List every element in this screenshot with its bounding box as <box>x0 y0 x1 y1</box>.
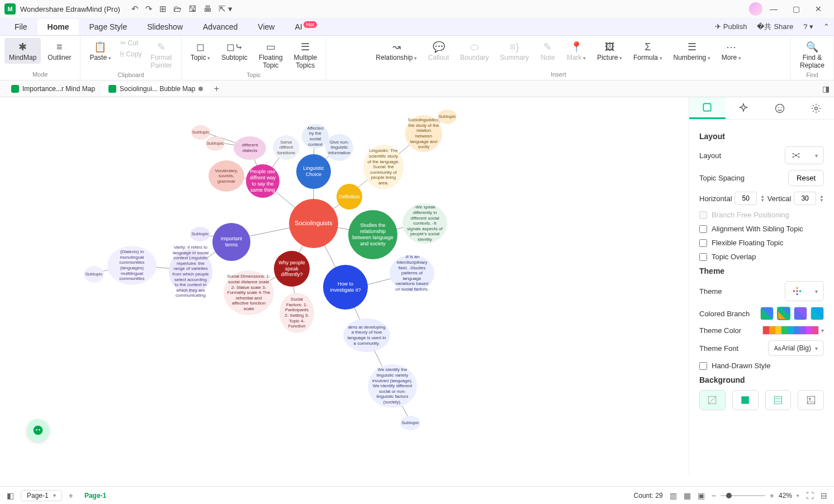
print-icon[interactable]: 🖶 <box>203 4 212 14</box>
bg-none[interactable] <box>699 390 726 410</box>
share-button[interactable]: �共 Share <box>757 22 793 32</box>
view-mode-1-icon[interactable]: ▥ <box>670 491 677 500</box>
bubble-social-fac[interactable]: Social Factors: 1- Participants 2- Setti… <box>279 293 314 333</box>
bubble-sub4[interactable]: Subtopic <box>206 136 225 151</box>
sidebar-toggle-icon[interactable]: ◧ <box>7 491 14 500</box>
bubble-center[interactable]: Sociolinguists <box>289 199 338 248</box>
bubble-social-dim[interactable]: Social Dimensions: 1-social distance sca… <box>224 270 274 315</box>
undo-icon[interactable]: ↶ <box>131 4 139 14</box>
save-icon[interactable]: 🖫 <box>188 4 197 14</box>
panel-tab-emoji[interactable] <box>762 97 798 119</box>
callout-button[interactable]: 💬Callout <box>424 38 453 64</box>
floating-topic-button[interactable]: ▭FloatingTopic <box>254 38 287 72</box>
horizontal-input[interactable] <box>735 192 757 205</box>
bubble-aims[interactable]: aims at developing a theory of how langu… <box>343 318 390 352</box>
bubble-linguistic-choice[interactable]: Linguistic Choice <box>296 154 331 189</box>
panel-tab-settings[interactable] <box>798 97 834 119</box>
bubble-definition[interactable]: Definition <box>337 184 362 210</box>
zoom-dropdown[interactable]: ▾ <box>797 493 799 498</box>
tab-view[interactable]: View <box>248 19 285 35</box>
picture-button[interactable]: 🖼Picture <box>593 38 627 64</box>
cut-button[interactable]: ✂ Cut <box>118 38 144 48</box>
multiple-topics-button[interactable]: ☰MultipleTopics <box>290 38 321 72</box>
branch-style-4[interactable] <box>811 307 824 320</box>
doctab-sociolinguistics[interactable]: Sociolingui... Bubble Map <box>102 83 210 95</box>
tab-slideshow[interactable]: Slideshow <box>137 19 193 35</box>
note-button[interactable]: ✎Note <box>536 38 560 64</box>
bubble-inter[interactable]: -It is an interdisciplinary field. -Stud… <box>390 255 434 292</box>
assistant-fab[interactable] <box>27 419 49 441</box>
relationship-button[interactable]: ↝Relationship <box>371 38 421 64</box>
zoom-slider[interactable] <box>721 495 765 496</box>
view-mode-3-icon[interactable]: ▣ <box>698 491 705 500</box>
bubble-how[interactable]: How to investigate it? <box>323 265 368 310</box>
v-down[interactable]: ▼ <box>819 198 824 202</box>
bg-solid[interactable] <box>732 390 759 410</box>
bubble-affected[interactable]: Affected by the social context <box>302 124 329 149</box>
panel-tab-ai[interactable] <box>726 97 762 119</box>
bubble-important-terms[interactable]: Important terms <box>212 223 250 261</box>
page-tab-1[interactable]: Page-1 <box>80 489 111 502</box>
canvas[interactable]: Sociolinguists Definition Linguistic Cho… <box>0 97 626 475</box>
page-selector[interactable]: Page-1▾ <box>21 490 62 501</box>
copy-button[interactable]: ⎘ Copy <box>118 49 144 59</box>
doctab-importance[interactable]: Importance...r Mind Map <box>4 83 102 95</box>
align-sibling-check[interactable]: Alignment With Sibling Topic <box>699 225 824 233</box>
bubble-dialects-lang[interactable]: (Dialects) in monolingual communities (l… <box>107 246 157 285</box>
bubble-socio-def[interactable]: Sociolinguistics: the study of the relat… <box>405 115 442 152</box>
bg-image[interactable] <box>798 390 824 410</box>
minimize-button[interactable]: — <box>762 4 785 13</box>
bubble-ling-soc[interactable]: Linguistic: The scientific study of the … <box>363 145 404 189</box>
zoom-in-button[interactable]: + <box>770 491 774 500</box>
bubble-dialects[interactable]: different dialects <box>234 136 266 160</box>
publish-button[interactable]: ✈ Publish <box>715 22 747 31</box>
outliner-button[interactable]: ≡Outliner <box>43 38 75 64</box>
flexible-floating-check[interactable]: Flexible Floating Topic <box>699 239 824 247</box>
zoom-out-button[interactable]: − <box>712 491 716 500</box>
tab-advanced[interactable]: Advanced <box>193 19 248 35</box>
bubble-relationship[interactable]: Studies the relationship between languag… <box>348 210 397 259</box>
new-icon[interactable]: ⊞ <box>159 4 167 14</box>
view-mode-2-icon[interactable]: ▦ <box>684 491 691 500</box>
layout-select[interactable] <box>785 146 824 164</box>
bg-pattern[interactable] <box>765 390 792 410</box>
numbering-button[interactable]: ☰Numbering <box>669 38 715 64</box>
format-painter-button[interactable]: ✎FormatPainter <box>146 38 177 72</box>
theme-color-picker[interactable] <box>762 326 819 335</box>
tab-home[interactable]: Home <box>37 19 79 35</box>
bubble-serve-func[interactable]: Serve diffrent functions <box>273 135 300 160</box>
close-button[interactable]: ✕ <box>807 4 830 13</box>
redo-icon[interactable]: ↷ <box>145 4 153 14</box>
collapse-ribbon-button[interactable]: ⌃ <box>823 22 830 31</box>
add-tab-button[interactable]: + <box>210 82 223 96</box>
branch-style-1[interactable] <box>760 307 774 320</box>
hand-drawn-check[interactable]: Hand-Drawn Style <box>699 362 824 370</box>
maximize-button[interactable]: ▢ <box>785 4 807 13</box>
paste-button[interactable]: 📋Paste <box>85 38 115 64</box>
open-icon[interactable]: 🗁 <box>173 4 182 14</box>
summary-button[interactable]: ≡}Summary <box>496 38 533 64</box>
bubble-identify[interactable]: We identify the linguistic variety invol… <box>368 364 417 408</box>
find-replace-button[interactable]: 🔍Find &Replace <box>795 38 829 72</box>
bubble-why[interactable]: Why people speak diffrently? <box>274 251 310 287</box>
bubble-speak-diff[interactable]: -We speak differently in different socia… <box>402 203 447 244</box>
bubble-people-use[interactable]: People use diffrent way to say the same … <box>246 164 279 198</box>
panel-tab-layout[interactable] <box>689 97 726 119</box>
vertical-input[interactable] <box>794 192 816 205</box>
h-down[interactable]: ▼ <box>760 198 765 202</box>
fit-icon[interactable]: ⊟ <box>821 491 827 500</box>
more-button[interactable]: ⋯More <box>717 38 746 64</box>
export-icon[interactable]: ⇱ ▾ <box>219 4 233 14</box>
reset-button[interactable]: Reset <box>788 170 824 186</box>
bubble-vocab[interactable]: Vocabulary, sounds, grammar <box>209 160 244 192</box>
help-button[interactable]: ? ▾ <box>803 22 813 31</box>
bubble-sub5[interactable]: Subtopic <box>438 110 457 124</box>
branch-style-2[interactable] <box>777 307 790 320</box>
fullscreen-icon[interactable]: ⛶ <box>806 491 814 500</box>
bubble-give-info[interactable]: Give non-linguistic information <box>325 134 353 161</box>
bubble-varity[interactable]: Varity: it refers to language in social … <box>169 249 212 294</box>
user-avatar[interactable] <box>749 2 762 16</box>
bubble-sub1[interactable]: Subtopic <box>84 266 104 283</box>
subtopic-button[interactable]: ◻⤷Subtopic <box>217 38 252 64</box>
topic-button[interactable]: ◻Topic <box>186 38 215 64</box>
